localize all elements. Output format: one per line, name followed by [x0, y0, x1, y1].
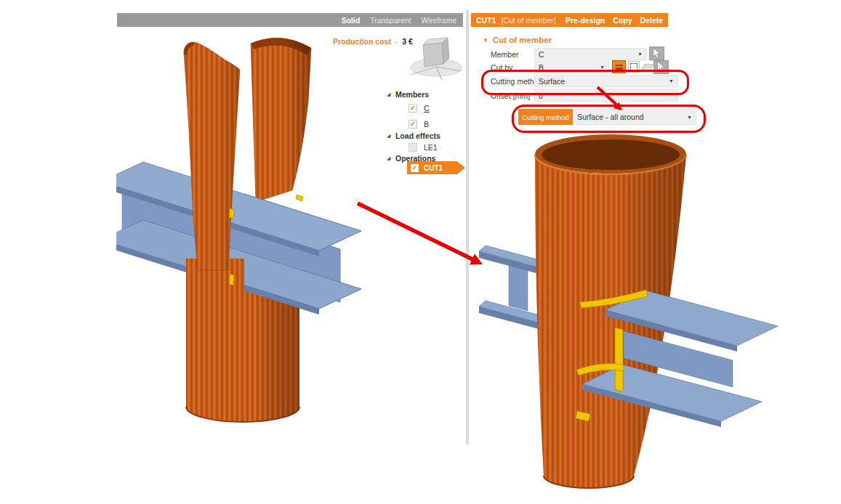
member-dropdown[interactable]: C ▼: [534, 48, 647, 60]
weld-icon: [616, 65, 623, 67]
cut-by-select-button[interactable]: [653, 60, 669, 74]
column-right-shell: [251, 38, 311, 202]
view-mode-wireframe[interactable]: Wireframe: [422, 16, 456, 25]
selection-mode-button[interactable]: [628, 61, 640, 73]
copy-button[interactable]: Copy: [613, 16, 632, 25]
left-3d-viewport[interactable]: [116, 26, 465, 504]
member-label: Member: [491, 50, 519, 59]
section-collapse-icon[interactable]: ▼: [483, 37, 488, 44]
view-mode-solid[interactable]: Solid: [342, 16, 361, 25]
member-value: C: [539, 50, 637, 59]
operation-title: CUT1: [476, 16, 496, 25]
chevron-down-icon: ▼: [687, 115, 692, 120]
right-3d-viewport[interactable]: [472, 129, 841, 504]
offset-label: Offset [mm]: [491, 92, 530, 100]
plate-option-disabled: [641, 62, 653, 73]
cut-by-label: Cut by: [491, 63, 512, 72]
navigation-cube[interactable]: [404, 33, 465, 81]
cut-by-value: B: [539, 63, 600, 72]
member-select-button[interactable]: [649, 46, 664, 60]
app-window: Solid Transparent Wireframe Production c…: [0, 0, 841, 504]
panel-divider[interactable]: [466, 10, 469, 444]
operation-header: CUT1 [Cut of member] Pre-design Copy Del…: [471, 13, 668, 27]
weld-type-button-active[interactable]: [612, 60, 626, 73]
offset-input[interactable]: 0: [534, 89, 678, 102]
cutting-method-value: Surface: [539, 77, 669, 86]
beam-far-stubs: [479, 245, 545, 329]
offset-value: 0: [539, 92, 674, 100]
popup-cutting-method-label: Cutting method: [518, 109, 573, 125]
weld-icon: [616, 68, 623, 70]
view-mode-transparent[interactable]: Transparent: [370, 16, 411, 25]
selection-box-icon: [630, 63, 637, 71]
popup-cutting-method-value: Surface - all around: [577, 113, 687, 121]
cutting-method-dropdown[interactable]: Surface ▼: [534, 75, 678, 87]
cursor-icon: [656, 62, 666, 73]
chevron-down-icon: ▼: [669, 78, 674, 84]
plate-icon: [640, 64, 653, 70]
cut-by-dropdown[interactable]: B ▼: [534, 61, 609, 73]
operation-subtitle: [Cut of member]: [501, 16, 558, 25]
chevron-down-icon: ▼: [637, 52, 643, 57]
predesign-button[interactable]: Pre-design: [566, 16, 605, 25]
delete-button[interactable]: Delete: [640, 16, 663, 25]
view-mode-toolbar: Solid Transparent Wireframe: [117, 13, 463, 27]
chevron-down-icon: ▼: [600, 65, 605, 70]
popup-cutting-method-dropdown[interactable]: Surface - all around ▼: [573, 109, 696, 125]
section-title: Cut of member: [493, 36, 552, 44]
section-cut-of-member[interactable]: ▼ Cut of member: [483, 36, 552, 44]
cursor-icon: [652, 48, 661, 59]
